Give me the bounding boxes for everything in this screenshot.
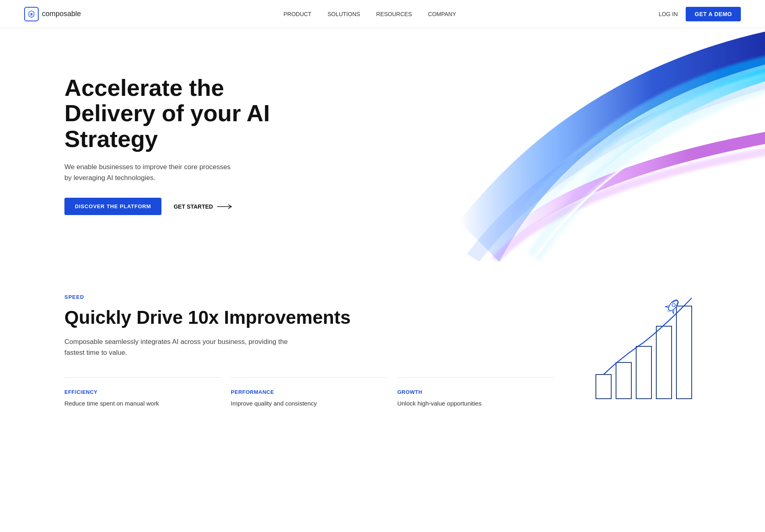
hero-section: Accelerate the Delivery of your AI Strat… — [0, 28, 765, 262]
svg-rect-2 — [596, 375, 611, 399]
benefit-performance: PERFORMANCE Improve quality and consiste… — [231, 377, 387, 420]
speed-label: SPEED — [64, 294, 564, 300]
logo[interactable]: composable — [24, 7, 81, 21]
hero-subtitle: We enable businesses to improve their co… — [64, 161, 234, 183]
nav-actions: LOG IN GET A DEMO — [659, 7, 741, 21]
nav-company[interactable]: COMPANY — [428, 11, 456, 17]
hero-title: Accelerate the Delivery of your AI Strat… — [64, 75, 290, 152]
hero-content: Accelerate the Delivery of your AI Strat… — [64, 75, 290, 215]
speed-section: SPEED Quickly Drive 10x Improvements Com… — [0, 262, 765, 444]
logo-icon — [24, 7, 39, 21]
svg-rect-6 — [676, 306, 692, 399]
performance-label: PERFORMANCE — [231, 389, 378, 395]
nav-links: PRODUCT SOLUTIONS RESOURCES COMPANY — [283, 11, 456, 17]
efficiency-label: EFFICIENCY — [64, 389, 211, 395]
speed-description: Composable seamlessly integrates AI acro… — [64, 336, 290, 358]
growth-label: GROWTH — [397, 389, 544, 395]
benefit-growth: GROWTH Unlock high-value opportunities — [397, 377, 554, 420]
get-demo-button[interactable]: GET A DEMO — [686, 7, 741, 21]
speed-inner: SPEED Quickly Drive 10x Improvements Com… — [64, 294, 701, 420]
login-button[interactable]: LOG IN — [659, 11, 678, 17]
hero-buttons: DISCOVER THE PLATFORM GET STARTED — [64, 198, 290, 215]
nav-product[interactable]: PRODUCT — [283, 11, 311, 17]
discover-platform-button[interactable]: DISCOVER THE PLATFORM — [64, 198, 161, 215]
speed-title: Quickly Drive 10x Improvements — [64, 306, 564, 328]
svg-rect-3 — [616, 362, 631, 399]
nav-resources[interactable]: RESOURCES — [376, 11, 412, 17]
svg-point-8 — [671, 303, 676, 307]
svg-rect-5 — [656, 326, 672, 399]
navbar: composable PRODUCT SOLUTIONS RESOURCES C… — [0, 0, 765, 28]
svg-rect-4 — [636, 346, 651, 399]
efficiency-desc: Reduce time spent on manual work — [64, 399, 211, 408]
get-started-button[interactable]: GET STARTED — [174, 203, 233, 210]
arrow-icon — [217, 204, 233, 209]
benefits-row: EFFICIENCY Reduce time spent on manual w… — [64, 377, 564, 420]
benefit-efficiency: EFFICIENCY Reduce time spent on manual w… — [64, 377, 221, 420]
logo-text: composable — [42, 10, 81, 18]
svg-point-0 — [31, 13, 32, 15]
growth-chart-svg — [592, 294, 697, 403]
hero-wave-graphic — [419, 28, 765, 262]
speed-text: SPEED Quickly Drive 10x Improvements Com… — [64, 294, 564, 420]
growth-desc: Unlock high-value opportunities — [397, 399, 544, 408]
performance-desc: Improve quality and consistency — [231, 399, 378, 408]
nav-solutions[interactable]: SOLUTIONS — [327, 11, 360, 17]
svg-point-7 — [667, 298, 680, 313]
speed-visual — [588, 294, 701, 403]
composable-icon — [27, 10, 36, 19]
